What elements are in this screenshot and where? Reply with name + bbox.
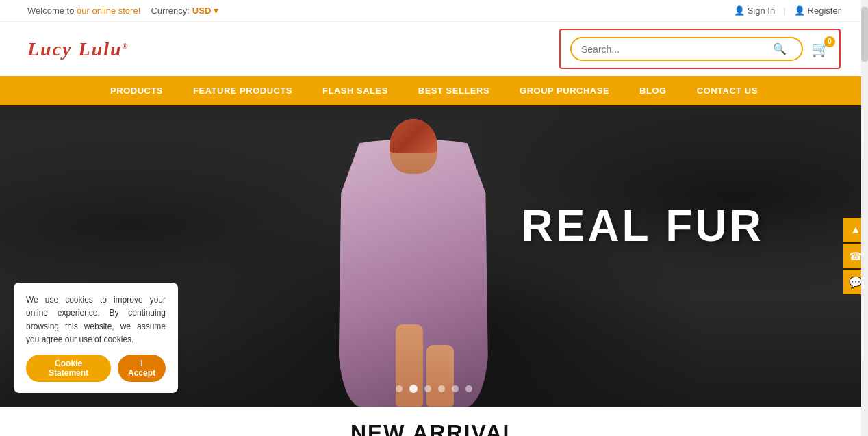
dot-1[interactable] [396, 385, 403, 392]
nav-best-sellers[interactable]: BEST SELLERS [403, 76, 505, 105]
search-button[interactable]: 🔍 [773, 42, 787, 55]
cart-button[interactable]: 🛒 0 [811, 40, 830, 58]
nav-feature-products[interactable]: FEATURE PRODUCTS [178, 76, 307, 105]
head-shape [390, 119, 437, 174]
hero-woman-figure [304, 112, 523, 407]
sign-in-link[interactable]: 👤 Sign In [734, 5, 775, 16]
cookie-buttons: Cookie Statement I Accept [26, 355, 166, 382]
dot-2[interactable] [409, 385, 418, 393]
chat-icon: 💬 [849, 276, 863, 289]
nav-contact-us[interactable]: CONTACT US [682, 76, 773, 105]
scrollbar[interactable] [861, 0, 868, 436]
cart-badge: 0 [824, 36, 835, 47]
register-link[interactable]: 👤 Register [794, 5, 841, 16]
new-arrival-section: NEW ARRIVAL [0, 407, 868, 436]
leg-right [426, 345, 454, 407]
leg-left [396, 324, 423, 407]
top-bar-right: 👤 Sign In | 👤 Register [734, 5, 841, 16]
currency-label: Currency: [151, 5, 189, 16]
user-icon-2: 👤 [794, 5, 805, 16]
top-bar-left: Welcome to our online store! Currency: U… [27, 5, 218, 16]
top-bar: Welcome to our online store! Currency: U… [0, 0, 868, 22]
scrollbar-thumb[interactable] [861, 7, 868, 62]
main-nav: PRODUCTS FEATURE PRODUCTS FLASH SALES BE… [0, 76, 868, 105]
header: Lucy Lulu® 🔍 🛒 0 [0, 22, 868, 76]
nav-flash-sales[interactable]: FLASH SALES [307, 76, 403, 105]
currency-selector[interactable]: USD ▾ [192, 5, 218, 16]
user-icon: 👤 [734, 5, 745, 16]
hero-text: REAL FUR [521, 201, 763, 251]
cookie-accept-button[interactable]: I Accept [118, 355, 166, 382]
nav-products[interactable]: PRODUCTS [95, 76, 178, 105]
new-arrival-title: NEW ARRIVAL [0, 420, 868, 436]
dot-3[interactable] [424, 385, 431, 392]
dot-5[interactable] [452, 385, 459, 392]
search-area-highlight: 🔍 🛒 0 [559, 29, 841, 69]
phone-icon: ☎ [849, 250, 863, 263]
dot-6[interactable] [465, 385, 472, 392]
hero-section: REAL FUR ▲ ☎ 💬 We use cookies to improve… [0, 105, 868, 407]
search-input[interactable] [581, 44, 773, 55]
cookie-statement-button[interactable]: Cookie Statement [26, 355, 111, 382]
chevron-up-icon: ▲ [850, 224, 861, 236]
logo[interactable]: Lucy Lulu® [27, 38, 129, 60]
carousel-dots [396, 385, 472, 393]
nav-group-purchase[interactable]: GROUP PURCHASE [505, 76, 624, 105]
store-link[interactable]: our online store! [77, 5, 140, 16]
cookie-message: We use cookies to improve your online ex… [26, 294, 166, 346]
dot-4[interactable] [438, 385, 445, 392]
search-wrapper: 🔍 [570, 37, 803, 61]
welcome-text: Welcome to our online store! [27, 5, 140, 16]
nav-blog[interactable]: BLOG [624, 76, 682, 105]
search-icon: 🔍 [773, 43, 787, 55]
cookie-notice: We use cookies to improve your online ex… [14, 283, 178, 393]
divider: | [783, 5, 785, 16]
